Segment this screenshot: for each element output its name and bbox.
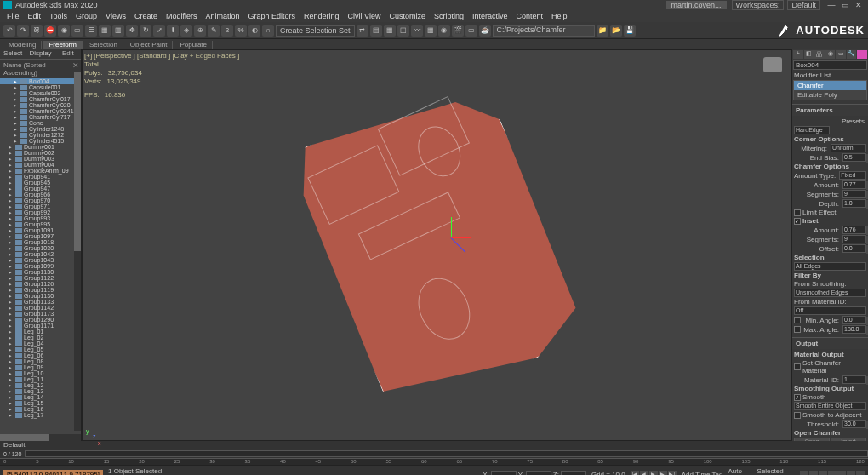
model-mesh[interactable] <box>275 67 597 423</box>
time-ruler[interactable]: 0510152025303540455055606570758085909510… <box>0 458 868 465</box>
viewport[interactable]: [+] [Perspective ] [Standard ] [Clay + E… <box>82 49 791 441</box>
play-icon[interactable]: ▶ <box>649 471 658 476</box>
script-listener[interactable]: [5.540112,0.840111,9.718795] <box>3 470 103 475</box>
amount-type-dropdown[interactable]: Fixed <box>839 171 866 180</box>
menu-group[interactable]: Group <box>72 12 100 20</box>
maximize-vp-icon[interactable] <box>856 471 865 476</box>
select-button[interactable]: ▭ <box>71 25 83 37</box>
display-tab-icon[interactable]: ▭ <box>836 50 846 59</box>
zoom-icon[interactable] <box>819 471 827 476</box>
prev-frame-icon[interactable]: ◀ <box>640 471 648 476</box>
limit-effect-check[interactable] <box>794 209 801 216</box>
smooth-adjacent-check[interactable] <box>794 412 801 419</box>
move-button[interactable]: ✥ <box>126 25 138 37</box>
redo-button[interactable]: ↷ <box>17 25 29 37</box>
close-button[interactable]: ✕ <box>853 1 865 9</box>
menu-rendering[interactable]: Rendering <box>300 12 343 20</box>
modifier-list-label[interactable]: Modifier List <box>792 71 868 80</box>
align-button[interactable]: ▤ <box>370 25 382 37</box>
next-frame-icon[interactable]: ▶ <box>659 471 667 476</box>
threshold-spinner[interactable]: 30.0 <box>842 420 866 428</box>
selection-dropdown[interactable]: All Edges <box>794 262 866 271</box>
tree-scrollbar-h[interactable] <box>0 434 81 441</box>
min-angle-check[interactable] <box>794 317 801 323</box>
hierarchy-tab-icon[interactable]: 品 <box>814 50 825 59</box>
pan-icon[interactable] <box>800 471 808 476</box>
toggle-button[interactable]: ◫ <box>397 25 409 37</box>
y-input[interactable] <box>526 471 551 476</box>
from-matid-dropdown[interactable]: Off <box>794 306 866 315</box>
schematic-button[interactable]: ▦ <box>425 25 437 37</box>
open-button[interactable]: 📂 <box>610 25 622 37</box>
modify-tab-icon[interactable]: ◧ <box>804 50 814 59</box>
timeline-track[interactable] <box>25 450 868 457</box>
menu-file[interactable]: File <box>3 12 23 20</box>
col-display[interactable]: Display <box>26 49 54 59</box>
select-region-button[interactable]: ▦ <box>99 25 111 37</box>
orbit-icon[interactable] <box>809 471 818 476</box>
menu-help[interactable]: Help <box>548 12 571 20</box>
depth-spinner[interactable]: 1.0 <box>842 199 866 208</box>
z-input[interactable] <box>561 471 586 476</box>
presets-dropdown[interactable]: HardEdge <box>794 126 830 134</box>
max-angle-spinner[interactable]: 180.0 <box>842 325 866 334</box>
scale-button[interactable]: ⤢ <box>153 25 165 37</box>
menu-content[interactable]: Content <box>512 12 546 20</box>
sort-header[interactable]: Name (Sorted Ascending) <box>0 60 81 78</box>
curve-button[interactable]: 〰 <box>411 25 423 37</box>
open-button[interactable]: Open <box>794 438 830 441</box>
viewport-label[interactable]: [+] [Perspective ] [Standard ] [Clay + E… <box>84 52 239 60</box>
fov-icon[interactable] <box>837 471 846 476</box>
end-bias-spinner[interactable]: 0.5 <box>842 153 866 162</box>
menu-edit[interactable]: Edit <box>25 12 45 20</box>
tab-modeling[interactable]: Modeling <box>3 41 42 49</box>
link-button[interactable]: ⛓ <box>31 25 43 37</box>
zoom-all-icon[interactable] <box>828 471 837 476</box>
amount-spinner[interactable]: 0.77 <box>842 180 866 189</box>
menu-scripting[interactable]: Scripting <box>431 12 467 20</box>
bind-button[interactable]: ◉ <box>58 25 70 37</box>
render-frame-button[interactable]: ▭ <box>465 25 477 37</box>
from-smoothing-dropdown[interactable]: Unsmoothed Edges <box>794 289 866 297</box>
browse-button[interactable]: 📁 <box>597 25 608 37</box>
scene-tree[interactable]: ▸Box004▸Capsule001▸Capsule002▸ChamferCyl… <box>0 78 81 434</box>
tab-objectpaint[interactable]: Object Paint <box>125 41 174 49</box>
goto-end-icon[interactable]: ▶| <box>668 471 677 476</box>
set-chamfer-mat-check[interactable] <box>794 363 801 370</box>
project-path-input[interactable]: C:/Projects/Chamfer <box>493 25 595 37</box>
inset-check[interactable] <box>794 218 801 225</box>
modifier-stack[interactable]: Chamfer Editable Poly <box>793 80 867 100</box>
viewcube[interactable] <box>763 57 782 72</box>
menu-create[interactable]: Create <box>131 12 161 20</box>
parameters-heading[interactable]: Parameters <box>792 105 868 116</box>
select-name-button[interactable]: ☰ <box>85 25 97 37</box>
magnet-button[interactable]: ∩ <box>262 25 274 37</box>
rotate-button[interactable]: ↻ <box>140 25 151 37</box>
offset-spinner[interactable]: 0.0 <box>842 244 866 253</box>
workspace-dropdown[interactable]: Default <box>787 0 820 10</box>
menu-tools[interactable]: Tools <box>46 12 71 20</box>
user-badge[interactable]: martin.coven... <box>666 1 727 9</box>
timeline[interactable]: 0 / 120 <box>0 449 868 458</box>
tab-selection[interactable]: Selection <box>84 41 123 49</box>
menu-customize[interactable]: Customize <box>385 12 429 20</box>
menu-views[interactable]: Views <box>102 12 129 20</box>
inset-amount-spinner[interactable]: 0.76 <box>842 226 866 234</box>
menu-modifiers[interactable]: Modifiers <box>163 12 201 20</box>
invert-button[interactable]: Invert <box>831 438 866 441</box>
smooth-dropdown[interactable]: Smooth Entire Object <box>794 402 866 410</box>
render-button[interactable]: ☕ <box>479 25 491 37</box>
tree-row[interactable]: ▸Leg_17 <box>0 412 81 418</box>
selection-set-dropdown[interactable]: Create Selection Set <box>276 25 355 37</box>
max-angle-check[interactable] <box>794 326 801 333</box>
mod-chamfer[interactable]: Chamfer <box>794 81 866 90</box>
layer-button[interactable]: ▦ <box>384 25 396 37</box>
goto-start-icon[interactable]: |◀ <box>631 471 639 476</box>
tab-freeform[interactable]: Freeform <box>43 41 82 49</box>
undo-button[interactable]: ↶ <box>3 25 15 37</box>
min-angle-spinner[interactable]: 0.0 <box>842 316 866 324</box>
material-id-spinner[interactable]: 1 <box>842 375 866 384</box>
percent-button[interactable]: % <box>235 25 247 37</box>
refcoord-button[interactable]: ◈ <box>180 25 192 37</box>
tree-scrollbar-v[interactable] <box>74 72 81 431</box>
